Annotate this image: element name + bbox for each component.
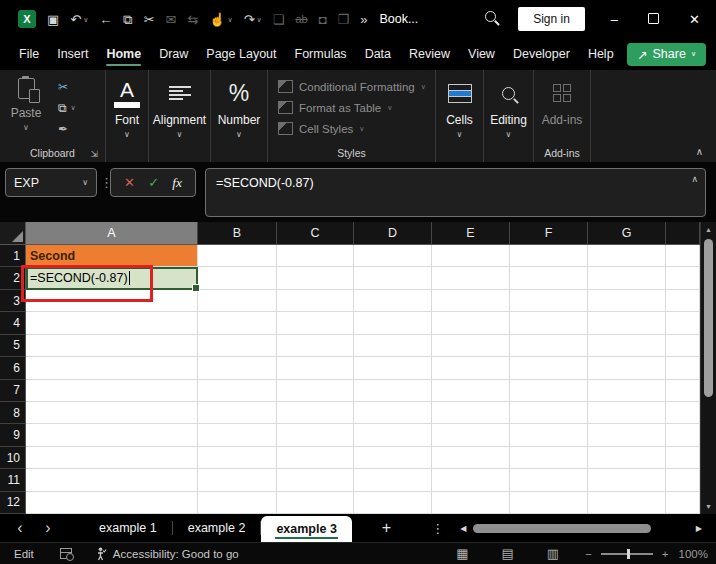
column-header-partial[interactable] <box>666 222 700 245</box>
cell-f1[interactable] <box>510 245 588 267</box>
cell-a8[interactable] <box>26 402 198 424</box>
zoom-out-icon[interactable]: − <box>585 548 592 560</box>
cell-partial[interactable] <box>666 469 700 491</box>
menu-tab-view[interactable]: View <box>459 38 504 70</box>
cell-e10[interactable] <box>432 447 510 469</box>
cell-g1[interactable] <box>588 245 666 267</box>
sheet-nav-left-icon[interactable]: ‹ <box>12 520 28 536</box>
copy-icon[interactable]: ⧉ <box>123 13 132 26</box>
insert-function-icon[interactable]: fx <box>172 175 182 191</box>
styles-item-cell-styles[interactable]: Cell Styles∨ <box>268 118 435 139</box>
row-header-7[interactable]: 7 <box>0 380 26 402</box>
cell-f7[interactable] <box>510 380 588 402</box>
cells-group-button[interactable]: Cells ∨ <box>436 70 483 162</box>
maximize-button[interactable] <box>648 12 659 27</box>
cell-partial[interactable] <box>666 312 700 334</box>
page-layout-view-icon[interactable]: ▤ <box>502 546 514 561</box>
editing-group-button[interactable]: Editing ∨ <box>484 70 533 162</box>
cell-b6[interactable] <box>198 357 277 379</box>
row-header-2[interactable]: 2 <box>0 267 26 289</box>
menu-tab-file[interactable]: File <box>10 38 48 70</box>
document-search-icon[interactable]: ❐ <box>338 13 350 26</box>
cell-partial[interactable] <box>666 380 700 402</box>
cell-partial[interactable] <box>666 492 700 514</box>
collapse-ribbon-icon[interactable]: ∧ <box>696 146 703 157</box>
vertical-scrollbar[interactable]: ▲ ▼ <box>700 222 716 514</box>
cell-c4[interactable] <box>277 312 354 334</box>
column-header-a[interactable]: A <box>26 222 198 245</box>
cut-icon[interactable]: ✂ <box>144 13 155 26</box>
cell-f3[interactable] <box>510 290 588 312</box>
cell-b3[interactable] <box>198 290 277 312</box>
row-header-1[interactable]: 1 <box>0 245 26 267</box>
cancel-icon[interactable]: ✕ <box>124 175 135 190</box>
row-header-11[interactable]: 11 <box>0 469 26 491</box>
undo-icon[interactable]: ↶∨ <box>70 13 88 26</box>
row-header-4[interactable]: 4 <box>0 312 26 334</box>
share-button[interactable]: ↗ Share ∨ <box>627 43 706 66</box>
sync-icon[interactable]: ⇆ <box>187 13 198 26</box>
cell-c12[interactable] <box>277 492 354 514</box>
cell-a6[interactable] <box>26 357 198 379</box>
cell-b10[interactable] <box>198 447 277 469</box>
cell-c5[interactable] <box>277 335 354 357</box>
font-group-button[interactable]: A Font ∨ <box>106 70 148 162</box>
column-header-b[interactable]: B <box>198 222 277 245</box>
back-icon[interactable]: ← <box>99 13 112 26</box>
enter-icon[interactable]: ✓ <box>148 175 159 190</box>
cell-partial[interactable] <box>666 335 700 357</box>
menu-tab-formulas[interactable]: Formulas <box>286 38 356 70</box>
cell-f12[interactable] <box>510 492 588 514</box>
macro-record-icon[interactable] <box>60 548 72 559</box>
cell-c10[interactable] <box>277 447 354 469</box>
cell-g7[interactable] <box>588 380 666 402</box>
cell-g4[interactable] <box>588 312 666 334</box>
row-header-6[interactable]: 6 <box>0 357 26 379</box>
alignment-group-button[interactable]: Alignment ∨ <box>149 70 210 162</box>
cell-d9[interactable] <box>354 424 432 446</box>
cell-a1[interactable]: Second <box>26 245 198 267</box>
more-commands-icon[interactable]: » <box>360 13 367 26</box>
cell-a7[interactable] <box>26 380 198 402</box>
cell-e9[interactable] <box>432 424 510 446</box>
cell-a3[interactable] <box>26 290 198 312</box>
accessibility-status[interactable]: Accessibility: Good to go <box>96 547 239 561</box>
cell-a4[interactable] <box>26 312 198 334</box>
cell-c9[interactable] <box>277 424 354 446</box>
cell-c8[interactable] <box>277 402 354 424</box>
cell-f2[interactable] <box>510 267 588 289</box>
touch-mode-icon[interactable]: ☝∨ <box>209 13 232 26</box>
zoom-in-icon[interactable]: + <box>662 548 669 560</box>
cell-a12[interactable] <box>26 492 198 514</box>
zoom-slider-thumb[interactable] <box>627 549 630 559</box>
cell-partial[interactable] <box>666 424 700 446</box>
zoom-slider[interactable] <box>601 553 653 555</box>
cell-e4[interactable] <box>432 312 510 334</box>
cell-d4[interactable] <box>354 312 432 334</box>
cell-f9[interactable] <box>510 424 588 446</box>
search-icon[interactable] <box>482 9 502 29</box>
close-button[interactable]: ✕ <box>689 12 700 27</box>
cell-f5[interactable] <box>510 335 588 357</box>
menu-tab-developer[interactable]: Developer <box>504 38 579 70</box>
cell-d8[interactable] <box>354 402 432 424</box>
cell-c2[interactable] <box>277 267 354 289</box>
cell-b1[interactable] <box>198 245 277 267</box>
row-header-3[interactable]: 3 <box>0 290 26 312</box>
cell-c1[interactable] <box>277 245 354 267</box>
cell-d7[interactable] <box>354 380 432 402</box>
column-header-g[interactable]: G <box>588 222 666 245</box>
menu-tab-review[interactable]: Review <box>400 38 459 70</box>
menu-tab-page-layout[interactable]: Page Layout <box>197 38 285 70</box>
cell-c6[interactable] <box>277 357 354 379</box>
cell-d3[interactable] <box>354 290 432 312</box>
cell-partial[interactable] <box>666 447 700 469</box>
redo-icon[interactable]: ↷∨ <box>244 13 262 26</box>
strikethrough-icon[interactable]: ab <box>295 14 307 25</box>
mail-icon[interactable]: ✉ <box>166 13 177 26</box>
cell-b2[interactable] <box>198 267 277 289</box>
format-painter-icon[interactable]: ✒ <box>58 122 76 136</box>
cell-e5[interactable] <box>432 335 510 357</box>
cell-f8[interactable] <box>510 402 588 424</box>
cell-c11[interactable] <box>277 469 354 491</box>
